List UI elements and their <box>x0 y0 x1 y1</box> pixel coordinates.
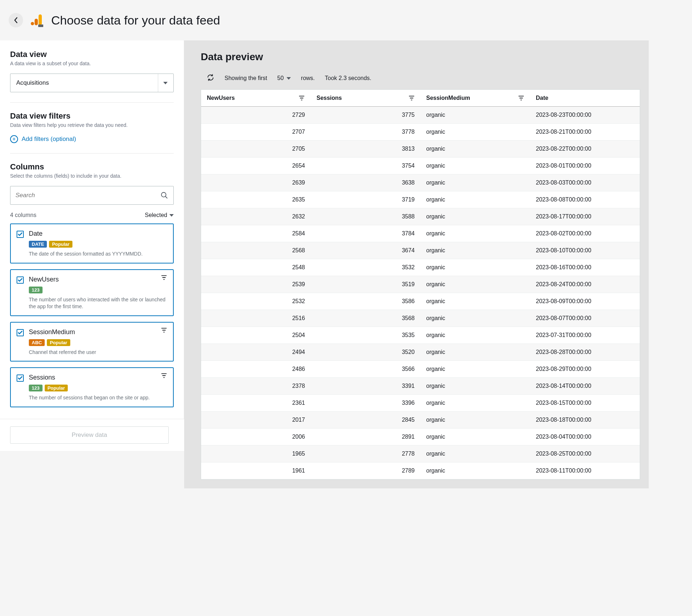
filter-icon[interactable] <box>161 274 167 282</box>
svg-rect-1 <box>35 19 38 25</box>
cell-medium: organic <box>421 462 530 479</box>
refresh-button[interactable] <box>207 74 214 83</box>
cell-date: 2023-08-17T00:00:00 <box>530 208 640 225</box>
table-row: 20172845organic2023-08-18T00:00:00 <box>201 412 640 429</box>
column-checkbox[interactable] <box>17 375 24 382</box>
cell-newusers: 2532 <box>201 293 311 310</box>
cell-date: 2023-08-24T00:00:00 <box>530 276 640 293</box>
add-filters-link[interactable]: + Add filters (optional) <box>10 135 174 143</box>
cell-date: 2023-08-03T00:00:00 <box>530 174 640 191</box>
cell-sessions: 3520 <box>311 344 420 361</box>
column-name: Sessions <box>29 374 55 381</box>
column-checkbox[interactable] <box>17 231 24 238</box>
columns-count-label: 4 columns <box>10 212 36 218</box>
column-name: Date <box>29 230 43 238</box>
cell-medium: organic <box>421 412 530 429</box>
cell-date: 2023-08-22T00:00:00 <box>530 141 640 158</box>
table-row: 24943520organic2023-08-28T00:00:00 <box>201 344 640 361</box>
google-analytics-logo-icon <box>30 13 44 27</box>
sidebar-footer: Preview data <box>0 419 184 451</box>
cell-sessions: 3638 <box>311 174 420 191</box>
svg-point-2 <box>31 22 34 25</box>
cell-date: 2023-08-21T00:00:00 <box>530 124 640 141</box>
cell-newusers: 1961 <box>201 462 311 479</box>
filter-icon[interactable] <box>161 372 167 380</box>
table-row: 23613396organic2023-08-15T00:00:00 <box>201 395 640 412</box>
table-row: 26323588organic2023-08-17T00:00:00 <box>201 208 640 225</box>
column-desc: The number of sessions that began on the… <box>29 394 167 402</box>
table-row: 20062891organic2023-08-04T00:00:00 <box>201 429 640 446</box>
cell-medium: organic <box>421 378 530 395</box>
cell-newusers: 2378 <box>201 378 311 395</box>
preview-panel: Data preview Showing the first 50 rows. … <box>184 40 649 488</box>
cell-medium: organic <box>421 395 530 412</box>
cell-date: 2023-08-15T00:00:00 <box>530 395 640 412</box>
cell-medium: organic <box>421 191 530 208</box>
cell-date: 2023-08-11T00:00:00 <box>530 462 640 479</box>
column-desc: The date of the session formatted as YYY… <box>29 251 167 258</box>
column-checkbox[interactable] <box>17 329 24 336</box>
back-button[interactable] <box>9 13 23 27</box>
filter-icon[interactable] <box>408 95 415 103</box>
column-card[interactable]: DateDATEPopularThe date of the session f… <box>10 223 174 263</box>
column-name: SessionMedium <box>29 328 75 336</box>
column-card[interactable]: Sessions123PopularThe number of sessions… <box>10 367 174 407</box>
cell-sessions: 2789 <box>311 462 420 479</box>
filter-icon[interactable] <box>161 327 167 335</box>
header: Choose data for your data feed <box>0 0 649 40</box>
cell-sessions: 3784 <box>311 225 420 242</box>
cell-sessions: 3775 <box>311 107 420 124</box>
filter-icon[interactable] <box>298 95 305 103</box>
divider <box>10 102 174 103</box>
table-row: 19612789organic2023-08-11T00:00:00 <box>201 462 640 479</box>
badge: Popular <box>45 385 68 391</box>
table-row: 25163568organic2023-08-07T00:00:00 <box>201 310 640 327</box>
table-row: 27073778organic2023-08-21T00:00:00 <box>201 124 640 141</box>
cell-date: 2023-08-02T00:00:00 <box>530 225 640 242</box>
row-count-select[interactable]: 50 <box>277 75 291 81</box>
cell-medium: organic <box>421 225 530 242</box>
cell-sessions: 2845 <box>311 412 420 429</box>
th-sessions[interactable]: Sessions <box>311 90 420 107</box>
cell-sessions: 3586 <box>311 293 420 310</box>
cell-sessions: 2778 <box>311 446 420 462</box>
column-search-input[interactable] <box>15 192 160 199</box>
badge: 123 <box>29 385 43 391</box>
data-view-title: Data view <box>10 50 174 59</box>
cell-newusers: 2568 <box>201 242 311 259</box>
cell-date: 2023-08-10T00:00:00 <box>530 242 640 259</box>
cell-sessions: 3754 <box>311 158 420 174</box>
table-row: 25483532organic2023-08-16T00:00:00 <box>201 259 640 276</box>
cell-medium: organic <box>421 107 530 124</box>
table-row: 25323586organic2023-08-09T00:00:00 <box>201 293 640 310</box>
cell-sessions: 3778 <box>311 124 420 141</box>
data-view-select[interactable]: Acquisitions <box>10 74 174 92</box>
cell-medium: organic <box>421 141 530 158</box>
cell-sessions: 3391 <box>311 378 420 395</box>
cell-newusers: 2539 <box>201 276 311 293</box>
column-search[interactable] <box>10 186 174 205</box>
column-name: NewUsers <box>29 276 59 283</box>
cell-sessions: 3588 <box>311 208 420 225</box>
row-count-value: 50 <box>277 75 284 81</box>
data-preview-table: NewUsers Sessions <box>201 90 640 479</box>
th-date[interactable]: Date <box>530 90 640 107</box>
svg-rect-3 <box>38 25 43 27</box>
column-card[interactable]: SessionMediumABCPopularChannel that refe… <box>10 322 174 362</box>
cell-medium: organic <box>421 310 530 327</box>
cell-date: 2023-08-25T00:00:00 <box>530 446 640 462</box>
cell-newusers: 2006 <box>201 429 311 446</box>
chevron-left-icon <box>13 17 18 23</box>
column-desc: Channel that referred the user <box>29 349 167 356</box>
th-sessionmedium[interactable]: SessionMedium <box>421 90 530 107</box>
column-card[interactable]: NewUsers123The number of users who inter… <box>10 269 174 316</box>
columns-sort-selected[interactable]: Selected <box>145 212 174 218</box>
cell-medium: organic <box>421 276 530 293</box>
th-newusers[interactable]: NewUsers <box>201 90 311 107</box>
timing-label: Took 2.3 seconds. <box>325 75 371 81</box>
filter-icon[interactable] <box>518 95 524 103</box>
cell-sessions: 3519 <box>311 276 420 293</box>
cell-sessions: 2891 <box>311 429 420 446</box>
column-checkbox[interactable] <box>17 276 24 284</box>
preview-data-button[interactable]: Preview data <box>10 426 169 444</box>
